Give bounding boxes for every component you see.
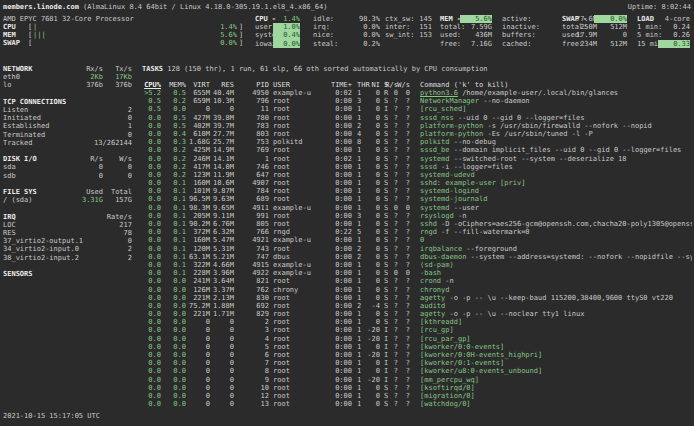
process-row: 0.0 0.0 221M 2.13M 830 root 0:00 1 0 S ?… <box>0 294 694 302</box>
proc-pid: 692 <box>237 302 269 310</box>
proc-res: 0 <box>202 400 234 408</box>
proc-threads: 1 <box>357 335 361 343</box>
cpu-stat-label-2: steal: <box>313 40 338 48</box>
proc-nice: -20 <box>362 376 380 384</box>
proc-cpu: 0.0 <box>120 277 161 285</box>
proc-command: 0 <box>420 236 692 244</box>
cpu-stats-row: CPU - 1.4% idle: 98.3% ctx_sw: 145 <box>255 15 435 23</box>
cpu-stats-row: iowait: 0.0% steal: 0.2% <box>255 40 435 48</box>
proc-command-name: [mm_percpu_wq] <box>420 376 479 384</box>
proc-command-args: --no-debug <box>450 138 496 146</box>
proc-user: rngd <box>273 228 290 236</box>
process-row: 0.0 0.0 0 0 13 root 0:00 1 0 S ? ? [watc… <box>0 400 694 408</box>
proc-user: root <box>273 392 290 400</box>
proc-cpu: 0.0 <box>120 122 161 130</box>
proc-user: example-u <box>273 204 311 212</box>
proc-command-name: auditd <box>420 302 445 310</box>
proc-command: platform-python -s /usr/sbin/firewalld -… <box>420 122 692 130</box>
proc-command: [kworker/0:0-events] <box>420 343 692 351</box>
proc-nice: 0 <box>362 384 380 392</box>
proc-user: root <box>273 179 290 187</box>
swap-stats-row: used: 0 <box>562 31 632 39</box>
col-user[interactable]: USER <box>273 81 290 89</box>
proc-res: 0 <box>202 105 234 113</box>
uptime-label: Uptime: <box>628 3 658 11</box>
col-res[interactable]: RES <box>202 81 234 89</box>
proc-cpu: 0.0 <box>120 253 161 261</box>
proc-time: 0:00 <box>318 302 352 310</box>
quicklook-gauges: CPU [ | 1.4% ] MEM [ ||| 5.6% ] SWAP [ 0… <box>0 23 260 48</box>
col-ws[interactable]: W/s <box>397 81 410 89</box>
proc-pid: 783 <box>237 122 269 130</box>
proc-write-rate: ? <box>397 392 410 400</box>
proc-threads: 1 <box>357 392 361 400</box>
process-row: 0.0 0.1 120M 5.31M 743 root 0:00 2 0 S ?… <box>0 245 694 253</box>
cpu-stat-value-3: 145 <box>407 15 432 23</box>
col-time[interactable]: TIME+ <box>318 81 352 89</box>
proc-res: 0 <box>202 384 234 392</box>
proc-command-name: agetty <box>420 310 445 318</box>
col-cpu[interactable]: CPU% <box>120 81 161 89</box>
process-row: 0.0 0.1 228M 3.96M 4922 example-u 0:00 1… <box>0 269 694 277</box>
proc-write-rate: ? <box>397 171 410 179</box>
proc-nice: 0 <box>362 212 380 220</box>
process-table-header: CPU% MEM% VIRT RES PID USER TIME+ THR NI… <box>0 81 694 89</box>
gauge-bar: | <box>33 23 37 31</box>
proc-threads: 5 <box>357 228 361 236</box>
proc-write-rate: ? <box>397 179 410 187</box>
proc-command: irqbalance --foreground <box>420 245 692 253</box>
proc-command-name: sshd <box>420 220 437 228</box>
proc-time: 0:00 <box>318 351 352 359</box>
proc-write-rate: ? <box>397 114 410 122</box>
proc-res: 10.3M <box>202 97 234 105</box>
proc-pid: 762 <box>237 286 269 294</box>
proc-pid: 796 <box>237 97 269 105</box>
proc-command: sssd_be --domain implicit_files --uid 0 … <box>420 146 692 154</box>
col-ni[interactable]: NI <box>362 81 380 89</box>
proc-command-name: [rcu_par_gp] <box>420 335 471 343</box>
clock: 2021-10-15 15:17:05 UTC <box>3 412 100 420</box>
proc-command-name: [watchdog/0] <box>420 400 471 408</box>
process-row: 0.0 0.1 90.2M 6.76M 805 root 0:00 1 0 S … <box>0 220 694 228</box>
swap-stat-label: total: <box>562 23 587 31</box>
proc-write-rate: ? <box>397 359 410 367</box>
glances-terminal[interactable]: members.linode.com(AlmaLinux 8.4 64bit /… <box>0 0 694 426</box>
proc-cpu: 0.0 <box>120 269 161 277</box>
col-command[interactable]: Command ('k' to kill) <box>420 81 692 89</box>
proc-write-rate: ? <box>397 384 410 392</box>
proc-user: root <box>273 277 290 285</box>
gauge-bracket-close: ] <box>239 39 243 47</box>
proc-user: root <box>273 97 290 105</box>
process-row: 0.0 0.0 0 0 4 root 0:00 1 -20 I ? ? [rcu… <box>0 335 694 343</box>
proc-command-name: 0 <box>420 236 424 244</box>
proc-command-name: [kworker/0:0-events] <box>420 343 504 351</box>
proc-cpu: 0.0 <box>120 367 161 375</box>
proc-cpu: 0.0 <box>120 302 161 310</box>
proc-command: [rcu_par_gp] <box>420 335 692 343</box>
proc-time: 0:00 <box>318 187 352 195</box>
proc-nice: 0 <box>362 114 380 122</box>
proc-threads: 1 <box>357 114 361 122</box>
proc-command: [kworker/0:0H-events_highpri] <box>420 351 692 359</box>
proc-cpu: 0.0 <box>120 261 161 269</box>
proc-res: 39.8M <box>202 114 234 122</box>
proc-user: root <box>273 155 290 163</box>
cpu-stat-value-1: 1.4% <box>273 15 300 23</box>
proc-nice: 0 <box>362 286 380 294</box>
proc-threads: 1 <box>357 310 361 318</box>
load-stat-label: LOAD <box>637 15 654 23</box>
proc-command: sssd -i --logger=files <box>420 163 692 171</box>
proc-write-rate: ? <box>397 122 410 130</box>
proc-command: dbus-daemon --system --address=systemd: … <box>420 253 692 261</box>
proc-pid: 805 <box>237 220 269 228</box>
proc-cpu: 0.0 <box>120 286 161 294</box>
col-pid[interactable]: PID <box>237 81 269 89</box>
cpu-stat-value-1: 1.0% <box>273 23 300 31</box>
proc-nice: 0 <box>362 228 380 236</box>
mem-stat-label-1: free: <box>440 40 461 48</box>
process-row: 0.0 0.4 610M 27.7M 803 root 0:00 4 0 S ?… <box>0 130 694 138</box>
proc-cpu: 0.0 <box>120 204 161 212</box>
process-row: 0.0 0.1 160M 10.6M 4907 root 0:00 1 0 S … <box>0 179 694 187</box>
gauge-row: CPU [ | 1.4% ] <box>0 23 260 31</box>
proc-res: 27.7M <box>202 130 234 138</box>
